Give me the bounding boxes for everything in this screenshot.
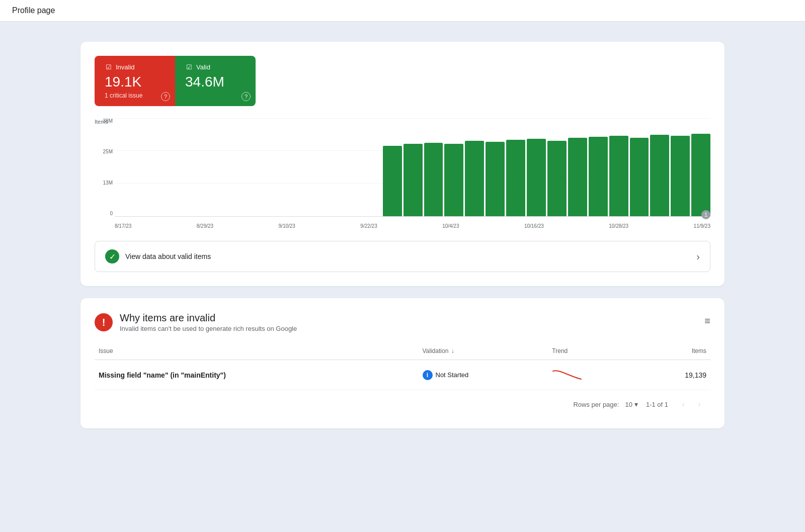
bar-9 xyxy=(547,141,567,216)
issues-table: Issue Validation ↓ Trend Items Missing f… xyxy=(95,342,710,390)
valid-checkbox-icon: ☑ xyxy=(185,63,193,71)
view-data-text: View data about valid items xyxy=(125,252,211,260)
x-label-1: 8/17/23 xyxy=(115,223,131,229)
not-started-badge: i Not Started xyxy=(423,370,469,380)
trend-cell xyxy=(548,360,639,390)
bar-2 xyxy=(404,144,423,216)
page-nav: ‹ › xyxy=(676,397,706,411)
rows-per-page-label: Rows per page: xyxy=(573,401,619,408)
x-label-2: 8/29/23 xyxy=(197,223,213,229)
page-range: 1-1 of 1 xyxy=(646,401,668,408)
not-started-text: Not Started xyxy=(436,371,469,379)
filter-icon[interactable]: ≡ xyxy=(704,315,710,327)
valid-help-icon[interactable]: ? xyxy=(242,92,251,101)
sort-arrow-icon: ↓ xyxy=(451,347,454,354)
table-header-row: Issue Validation ↓ Trend Items xyxy=(95,342,710,360)
x-label-4: 9/22/23 xyxy=(360,223,377,229)
x-label-5: 10/4/23 xyxy=(442,223,459,229)
invalid-value: 19.1K xyxy=(105,74,165,90)
view-data-link[interactable]: ✓ View data about valid items › xyxy=(95,241,710,272)
rows-per-page: Rows per page: 10 ▾ xyxy=(573,400,638,408)
x-label-6: 10/16/23 xyxy=(524,223,544,229)
x-label-3: 9/10/23 xyxy=(279,223,295,229)
bar-11 xyxy=(589,137,608,216)
col-trend: Trend xyxy=(548,342,639,360)
rows-per-page-value: 10 xyxy=(625,401,632,408)
error-icon: ! xyxy=(95,313,113,331)
bar-14 xyxy=(650,135,669,216)
why-invalid-subtitle: Invalid items can't be used to generate … xyxy=(120,325,297,332)
card2-title-row: ! Why items are invalid Invalid items ca… xyxy=(95,312,297,332)
chart-badge: 1 xyxy=(701,210,710,219)
dropdown-arrow-icon: ▾ xyxy=(634,400,638,408)
bar-12 xyxy=(609,136,628,216)
y-label-25m: 25M xyxy=(95,149,113,154)
valid-label: ☑ Valid xyxy=(185,63,246,71)
bar-16 xyxy=(691,134,710,216)
bar-5 xyxy=(465,141,484,216)
bars-area xyxy=(383,118,710,216)
valid-stat[interactable]: ☑ Valid 34.6M ? xyxy=(175,56,256,106)
bar-1 xyxy=(383,146,402,216)
issue-text: Missing field "name" (in "mainEntity") xyxy=(99,371,226,379)
y-label-0: 0 xyxy=(95,211,113,216)
valid-value: 34.6M xyxy=(185,74,246,90)
view-data-left: ✓ View data about valid items xyxy=(105,249,211,263)
col-items: Items xyxy=(639,342,710,360)
page-title: Profile page xyxy=(12,6,55,15)
chevron-right-icon: › xyxy=(696,251,700,262)
valid-check-icon: ✓ xyxy=(105,249,119,263)
invalid-checkbox-icon: ☑ xyxy=(105,63,113,71)
invalid-help-icon[interactable]: ? xyxy=(161,92,170,101)
invalid-label: ☑ Invalid xyxy=(105,63,165,71)
table-row: Missing field "name" (in "mainEntity") i… xyxy=(95,360,710,390)
bar-10 xyxy=(568,138,587,216)
issue-cell: Missing field "name" (in "mainEntity") xyxy=(95,360,419,390)
chart-container: Items 38M 25M 13M 0 xyxy=(95,118,710,229)
card2-titles: Why items are invalid Invalid items can'… xyxy=(120,312,297,332)
bar-4 xyxy=(444,144,463,216)
y-label-38m: 38M xyxy=(95,118,113,124)
bar-8 xyxy=(527,139,546,216)
prev-page-button[interactable]: ‹ xyxy=(676,397,690,411)
x-label-8: 11/9/23 xyxy=(694,223,710,229)
card2-header: ! Why items are invalid Invalid items ca… xyxy=(95,312,710,332)
invalid-stat[interactable]: ☑ Invalid 19.1K 1 critical issue ? xyxy=(95,56,175,106)
bar-3 xyxy=(424,143,443,216)
bar-15 xyxy=(671,136,690,216)
page-header: Profile page xyxy=(0,0,805,22)
validation-cell: i Not Started xyxy=(419,360,548,390)
trend-sparkline xyxy=(552,367,582,381)
chart-area: 38M 25M 13M 0 xyxy=(115,118,710,217)
not-started-icon: i xyxy=(423,370,433,380)
next-page-button[interactable]: › xyxy=(692,397,706,411)
x-axis: 8/17/23 8/29/23 9/10/23 9/22/23 10/4/23 … xyxy=(115,223,710,229)
y-axis-labels: 38M 25M 13M 0 xyxy=(95,118,113,216)
bar-13 xyxy=(630,138,649,216)
col-validation[interactable]: Validation ↓ xyxy=(419,342,548,360)
rows-dropdown[interactable]: 10 ▾ xyxy=(621,400,637,408)
items-cell: 19,139 xyxy=(639,360,710,390)
stats-chart-card: ☑ Invalid 19.1K 1 critical issue ? ☑ Val… xyxy=(80,42,725,286)
bar-6 xyxy=(486,142,505,216)
why-invalid-card: ! Why items are invalid Invalid items ca… xyxy=(80,298,725,428)
invalid-sub: 1 critical issue xyxy=(105,92,165,99)
x-label-7: 10/28/23 xyxy=(609,223,628,229)
y-label-13m: 13M xyxy=(95,180,113,186)
stats-row: ☑ Invalid 19.1K 1 critical issue ? ☑ Val… xyxy=(95,56,256,106)
col-issue: Issue xyxy=(95,342,419,360)
pagination: Rows per page: 10 ▾ 1-1 of 1 ‹ › xyxy=(95,390,710,414)
bar-7 xyxy=(506,140,525,216)
why-invalid-title: Why items are invalid xyxy=(120,312,297,324)
